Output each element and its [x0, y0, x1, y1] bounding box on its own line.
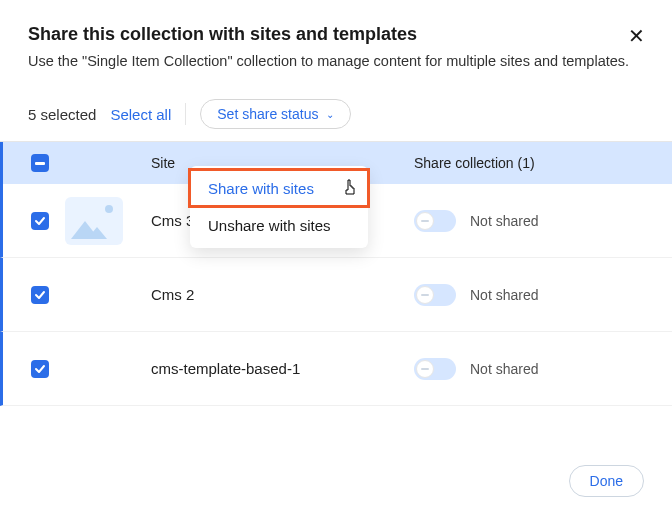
selected-count: 5 selected	[28, 106, 96, 123]
row-checkbox[interactable]	[31, 360, 49, 378]
set-share-status-button[interactable]: Set share status ⌄	[200, 99, 351, 129]
row-checkbox[interactable]	[31, 212, 49, 230]
share-toggle[interactable]	[414, 284, 456, 306]
site-thumbnail	[65, 345, 123, 393]
site-thumbnail	[65, 271, 123, 319]
done-button[interactable]: Done	[569, 465, 644, 497]
modal-title: Share this collection with sites and tem…	[28, 24, 644, 45]
modal-footer: Done	[0, 449, 672, 513]
share-toggle[interactable]	[414, 210, 456, 232]
site-name: Cms 2	[151, 286, 414, 303]
site-thumbnail	[65, 197, 123, 245]
row-checkbox[interactable]	[31, 286, 49, 304]
modal-subtitle: Use the "Single Item Collection" collect…	[28, 51, 644, 71]
dropdown-item-unshare[interactable]: Unshare with sites	[190, 207, 368, 244]
column-header-share: Share collection (1)	[414, 155, 644, 171]
chevron-down-icon: ⌄	[326, 110, 334, 120]
share-status-label: Not shared	[470, 287, 538, 303]
modal-header: Share this collection with sites and tem…	[0, 0, 672, 71]
toolbar-divider	[185, 103, 186, 125]
select-all-checkbox[interactable]	[31, 154, 49, 172]
table-row: cms-template-based-1 Not shared	[0, 332, 672, 406]
share-status-label: Not shared	[470, 213, 538, 229]
select-all-link[interactable]: Select all	[110, 106, 171, 123]
share-collection-modal: Share this collection with sites and tem…	[0, 0, 672, 513]
share-toggle[interactable]	[414, 358, 456, 380]
share-status-dropdown: Share with sites Unshare with sites	[190, 166, 368, 248]
table-row: Cms 2 Not shared	[0, 258, 672, 332]
close-icon: ✕	[628, 24, 645, 48]
toolbar: 5 selected Select all Set share status ⌄	[0, 71, 672, 141]
set-share-status-label: Set share status	[217, 106, 318, 122]
share-status-label: Not shared	[470, 361, 538, 377]
site-name: cms-template-based-1	[151, 360, 414, 377]
dropdown-item-share[interactable]: Share with sites	[190, 170, 368, 207]
close-button[interactable]: ✕	[624, 24, 648, 48]
